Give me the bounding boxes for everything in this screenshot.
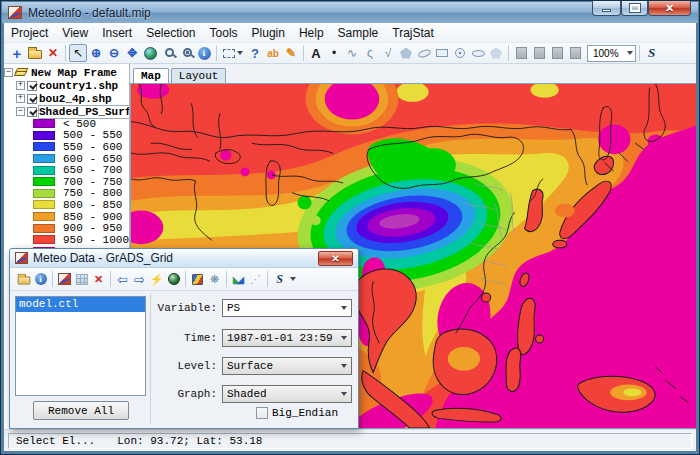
ellipse-tool-button[interactable] (415, 44, 433, 62)
earth-button[interactable] (165, 271, 182, 288)
variable-label: Variable: (156, 302, 222, 314)
data-info-button[interactable]: i (32, 271, 49, 288)
pentagon-tool-button[interactable] (487, 44, 505, 62)
zoom-to-extent-button[interactable] (177, 44, 195, 62)
zoom-out-button[interactable]: ⊖ (105, 44, 123, 62)
dark-globe-icon (168, 273, 180, 285)
tree-root-map-frame[interactable]: − New Map Frame (4, 66, 129, 79)
remove-data-button[interactable]: ✕ (90, 271, 107, 288)
menu-trajstat[interactable]: TrajStat (385, 24, 441, 42)
data-table-button[interactable] (73, 271, 90, 288)
close-project-button[interactable]: ✕ (44, 44, 62, 62)
menu-help[interactable]: Help (292, 24, 331, 42)
variable-value: PS (227, 302, 240, 314)
file-list-item[interactable]: model.ctl (16, 297, 145, 312)
time-value: 1987-01-01 23:59 (227, 332, 333, 344)
previous-time-button[interactable]: ⇦ (114, 271, 131, 288)
application-window: MeteoInfo - default.mip ✕ Project View I… (0, 0, 700, 455)
expand-icon[interactable]: + (16, 81, 25, 90)
zoom-in-button[interactable]: ⊕ (87, 44, 105, 62)
select-feature-button[interactable] (220, 44, 246, 62)
tab-map[interactable]: Map (133, 68, 169, 84)
collapse-icon[interactable]: − (16, 107, 25, 116)
graph-combobox[interactable]: Shaded (222, 385, 352, 403)
collapse-icon[interactable]: − (4, 68, 13, 77)
pan-button[interactable]: ✥ (123, 44, 141, 62)
level-combobox[interactable]: Surface (222, 357, 352, 375)
help-button[interactable]: ? (246, 44, 264, 62)
layer-label: bou2_4p.shp (39, 93, 112, 105)
legend-swatch (33, 224, 55, 233)
info-icon: i (35, 273, 47, 285)
area-chart-button[interactable]: ◣◢ (230, 271, 247, 288)
scatter-chart-button[interactable]: ⋰ (247, 271, 264, 288)
pencil-icon: ✎ (286, 46, 296, 60)
variable-combobox[interactable]: PS (222, 299, 352, 317)
label-button[interactable]: ab (264, 44, 282, 62)
maximize-button[interactable] (621, 1, 648, 16)
oval-tool-button[interactable] (469, 44, 487, 62)
status-message: Select El... (16, 435, 95, 447)
zoom-level-combobox[interactable]: 100% (587, 45, 636, 62)
layer-checkbox[interactable] (27, 107, 37, 117)
menu-sample[interactable]: Sample (331, 24, 386, 42)
layer-checkbox[interactable] (27, 81, 37, 91)
dialog-title-bar[interactable]: Meteo Data - GrADS_Grid (10, 249, 358, 268)
close-button[interactable]: ✕ (648, 1, 691, 16)
menu-view[interactable]: View (55, 24, 95, 42)
layout-page-button-4[interactable] (566, 44, 584, 62)
new-project-button[interactable]: + (8, 44, 26, 62)
tab-layout[interactable]: Layout (171, 68, 227, 83)
dialog-close-button[interactable]: ✕ (318, 251, 353, 266)
zoom-to-layer-button[interactable] (159, 44, 177, 62)
tree-item-shaded-ps[interactable]: − Shaded_PS_Surface_1 (4, 105, 129, 118)
draw-map-button[interactable] (56, 271, 73, 288)
freehand-tool-button[interactable]: ς (361, 44, 379, 62)
menu-plugin[interactable]: Plugin (245, 24, 292, 42)
full-extent-button[interactable] (141, 44, 159, 62)
tree-item-country1[interactable]: + country1.shp (4, 79, 129, 92)
menu-project[interactable]: Project (4, 24, 55, 42)
open-data-button[interactable] (15, 271, 32, 288)
polygon-tool-button[interactable] (397, 44, 415, 62)
expand-icon[interactable]: + (16, 94, 25, 103)
opened-files-list[interactable]: model.ctl (15, 296, 146, 396)
level-label: Level: (156, 360, 222, 372)
next-time-button[interactable]: ⇨ (131, 271, 148, 288)
layer-label: country1.shp (39, 80, 118, 92)
remove-all-button[interactable]: Remove All (33, 401, 129, 420)
identify-button[interactable]: i (195, 44, 213, 62)
layout-page-button-3[interactable] (548, 44, 566, 62)
wind-settings-button[interactable]: ❋ (206, 271, 223, 288)
edit-properties-button[interactable]: ✎ (282, 44, 300, 62)
menu-insert[interactable]: Insert (95, 24, 139, 42)
meteo-data-dialog[interactable]: Meteo Data - GrADS_Grid ✕ i ✕ ⇦ ⇨ ⚡ ❋ ◣◢… (9, 248, 359, 429)
open-project-button[interactable] (26, 44, 44, 62)
arrow-right-icon: ⇨ (134, 272, 145, 287)
script-button[interactable]: S (643, 44, 661, 62)
animate-button[interactable]: ⚡ (148, 271, 165, 288)
legend-item: 750 - 800 (4, 188, 129, 200)
layer-checkbox[interactable] (27, 94, 37, 104)
rectangle-tool-button[interactable] (433, 44, 451, 62)
big-endian-checkbox[interactable] (256, 407, 268, 419)
menu-selection[interactable]: Selection (139, 24, 202, 42)
circle-tool-button[interactable] (451, 44, 469, 62)
layout-page-button-2[interactable] (530, 44, 548, 62)
magnifier-icon (165, 48, 174, 57)
time-combobox[interactable]: 1987-01-01 23:59 (222, 329, 352, 347)
curve-tool-button[interactable]: √ (379, 44, 397, 62)
legend-settings-button[interactable] (189, 271, 206, 288)
snowflake-icon: ❋ (210, 273, 219, 286)
zoom-level-value: 100% (593, 48, 619, 59)
select-tool-button[interactable]: ↖ (69, 44, 87, 62)
tree-item-bou2-4p[interactable]: + bou2_4p.shp (4, 92, 129, 105)
label-icon: ab (267, 48, 279, 59)
text-tool-button[interactable]: A (307, 44, 325, 62)
script-button[interactable]: S (271, 271, 288, 288)
minimize-button[interactable] (592, 1, 621, 16)
layout-page-button-1[interactable] (512, 44, 530, 62)
polyline-tool-button[interactable]: ∿ (343, 44, 361, 62)
menu-tools[interactable]: Tools (203, 24, 245, 42)
point-tool-button[interactable]: • (325, 44, 343, 62)
